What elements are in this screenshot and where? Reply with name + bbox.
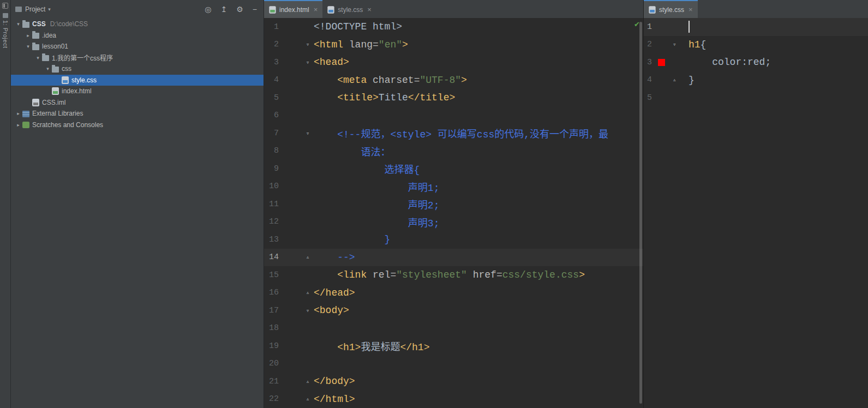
code-line-17[interactable]: 17▿<body> bbox=[264, 302, 643, 320]
code-line-10[interactable]: 10 声明1; bbox=[264, 178, 643, 196]
color-preview-swatch[interactable] bbox=[652, 59, 671, 66]
code-line-5[interactable]: 5 <title>Title</title> bbox=[264, 89, 643, 107]
fold-end-icon[interactable]: ▵ bbox=[302, 395, 314, 403]
code-line-15[interactable]: 15 <link rel="stylesheet" href=css/style… bbox=[264, 266, 643, 284]
chevron-down-icon[interactable]: ▾ bbox=[44, 66, 52, 71]
tree-item-css[interactable]: ▾css bbox=[11, 63, 264, 75]
code-text: } bbox=[689, 75, 868, 86]
code-line-13[interactable]: 13 } bbox=[264, 231, 643, 249]
tree-item-Scratches and Consoles[interactable]: ▸Scratches and Consoles bbox=[11, 119, 264, 131]
collapse-all-icon[interactable]: ↥ bbox=[221, 5, 228, 13]
line-number: 7 bbox=[264, 129, 279, 138]
project-panel-header: Project ▾ ◎↥⚙− bbox=[11, 0, 264, 18]
tree-item-.idea[interactable]: ▸.idea bbox=[11, 30, 264, 41]
color-swatch-icon[interactable] bbox=[658, 59, 665, 66]
tree-item-1.我的第一个css程序[interactable]: ▾1.我的第一个css程序 bbox=[11, 52, 264, 64]
tab-label: style.css bbox=[659, 6, 684, 14]
close-tab-icon[interactable]: × bbox=[314, 5, 318, 14]
code-line-16[interactable]: 16▵</head> bbox=[264, 284, 643, 302]
line-number: 9 bbox=[264, 164, 279, 173]
code-text: <title>Title</title> bbox=[314, 92, 643, 103]
chevron-right-icon[interactable]: ▸ bbox=[14, 111, 22, 116]
close-tab-icon[interactable]: × bbox=[689, 5, 693, 14]
code-line-2[interactable]: 2▿h1{ bbox=[644, 36, 868, 54]
fold-start-icon[interactable]: ▿ bbox=[671, 41, 689, 48]
code-line-8[interactable]: 8 语法： bbox=[264, 142, 643, 160]
tree-item-CSS[interactable]: ▾CSSD:\code\CSS bbox=[11, 19, 264, 30]
fold-start-icon[interactable]: ▿ bbox=[302, 130, 314, 137]
tree-item-lesson01[interactable]: ▾lesson01 bbox=[11, 41, 264, 52]
code-line-7[interactable]: 7▿ <!--规范，<style> 可以编写css的代码,没有一个声明，最 bbox=[264, 124, 643, 142]
fold-end-icon[interactable]: ▵ bbox=[671, 76, 689, 83]
editor-right-code[interactable]: 12▿h1{3 color:red;4▵}5 bbox=[644, 18, 868, 408]
project-icon bbox=[15, 7, 22, 12]
chevron-down-icon[interactable]: ▾ bbox=[34, 55, 42, 61]
locate-file-icon[interactable]: ◎ bbox=[205, 5, 211, 13]
chevron-down-icon[interactable]: ▾ bbox=[48, 7, 51, 12]
code-line-11[interactable]: 11 声明2; bbox=[264, 195, 643, 213]
chevron-right-icon[interactable]: ▸ bbox=[24, 33, 32, 38]
tree-item-label: index.html bbox=[62, 87, 92, 95]
tree-item-CSS.iml[interactable]: CSS.iml bbox=[11, 97, 264, 109]
code-line-4[interactable]: 4▵} bbox=[644, 71, 868, 89]
line-number: 4 bbox=[644, 75, 652, 85]
vertical-scrollbar[interactable] bbox=[639, 22, 642, 404]
code-line-2[interactable]: 2▿<html lang="en"> bbox=[264, 36, 643, 54]
tree-item-label: css bbox=[62, 65, 71, 73]
editor-left: index.html×style.css× 1<!DOCTYPE html>2▿… bbox=[264, 0, 643, 408]
code-line-1[interactable]: 1 bbox=[644, 18, 868, 36]
fold-end-icon[interactable]: ▵ bbox=[302, 378, 314, 385]
code-text: } bbox=[314, 234, 643, 245]
chevron-down-icon[interactable]: ▾ bbox=[24, 44, 32, 49]
code-line-1[interactable]: 1<!DOCTYPE html> bbox=[264, 18, 643, 36]
project-tool-window-button[interactable]: 1: Project bbox=[2, 13, 9, 48]
line-number: 2 bbox=[264, 40, 279, 49]
line-number: 18 bbox=[264, 323, 279, 333]
code-line-5[interactable]: 5 bbox=[644, 89, 868, 107]
code-line-19[interactable]: 19 <h1>我是标题</h1> bbox=[264, 337, 643, 355]
code-line-18[interactable]: 18 bbox=[264, 320, 643, 338]
editor-left-tabbar: index.html×style.css× bbox=[264, 0, 643, 18]
code-line-3[interactable]: 3 color:red; bbox=[644, 53, 868, 71]
fold-start-icon[interactable]: ▿ bbox=[302, 307, 314, 314]
chevron-down-icon[interactable]: ▾ bbox=[14, 21, 22, 27]
code-line-14[interactable]: 14▵ --> bbox=[264, 249, 643, 267]
line-number: 14 bbox=[264, 253, 279, 262]
tool-window-layout-icon[interactable] bbox=[2, 3, 8, 9]
code-line-12[interactable]: 12 声明3; bbox=[264, 213, 643, 231]
code-line-21[interactable]: 21▵</body> bbox=[264, 373, 643, 391]
folder-icon bbox=[32, 44, 39, 50]
editor-right: style.css× 12▿h1{3 color:red;4▵}5 bbox=[643, 0, 868, 408]
tree-item-style.css[interactable]: style.css bbox=[11, 75, 264, 86]
settings-gear-icon[interactable]: ⚙ bbox=[236, 5, 243, 13]
hide-panel-icon[interactable]: − bbox=[253, 5, 257, 13]
left-tool-window-bar: 1: Project bbox=[0, 0, 11, 408]
css-file-icon bbox=[62, 76, 69, 84]
tab-index.html[interactable]: index.html× bbox=[264, 0, 322, 18]
code-line-9[interactable]: 9 选择器{ bbox=[264, 160, 643, 178]
project-panel-title[interactable]: Project bbox=[25, 5, 45, 13]
fold-end-icon[interactable]: ▵ bbox=[302, 289, 314, 296]
code-line-22[interactable]: 22▵</html> bbox=[264, 391, 643, 408]
code-line-4[interactable]: 4 <meta charset="UTF-8"> bbox=[264, 71, 643, 89]
fold-start-icon[interactable]: ▿ bbox=[302, 59, 314, 66]
close-tab-icon[interactable]: × bbox=[367, 5, 372, 14]
line-number: 5 bbox=[264, 93, 279, 103]
fold-start-icon[interactable]: ▿ bbox=[302, 41, 314, 48]
chevron-right-icon[interactable]: ▸ bbox=[14, 122, 22, 128]
tab-style.css[interactable]: style.css× bbox=[322, 0, 376, 18]
code-text: 声明3; bbox=[314, 215, 643, 229]
code-line-20[interactable]: 20 bbox=[264, 355, 643, 373]
tree-item-External Libraries[interactable]: ▸External Libraries bbox=[11, 108, 264, 119]
tree-item-label: .idea bbox=[42, 32, 56, 39]
project-stripe-label: 1: Project bbox=[2, 20, 9, 48]
folder-icon bbox=[32, 33, 39, 39]
code-line-6[interactable]: 6 bbox=[264, 107, 643, 125]
tree-item-index.html[interactable]: index.html bbox=[11, 86, 264, 97]
tab-style.css[interactable]: style.css× bbox=[644, 0, 698, 18]
code-text: <head> bbox=[314, 57, 643, 68]
code-line-3[interactable]: 3▿<head> bbox=[264, 53, 643, 71]
editor-left-code[interactable]: 1<!DOCTYPE html>2▿<html lang="en">3▿<hea… bbox=[264, 18, 643, 408]
project-stripe-icon bbox=[3, 13, 8, 18]
fold-end-icon[interactable]: ▵ bbox=[302, 254, 314, 261]
